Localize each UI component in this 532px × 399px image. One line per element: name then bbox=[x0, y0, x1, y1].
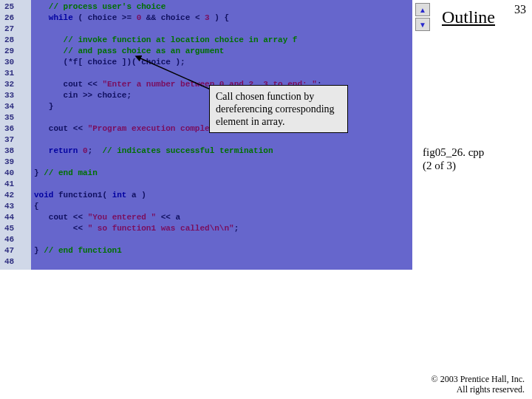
line-number: 32 bbox=[0, 79, 31, 90]
line-number: 39 bbox=[0, 157, 31, 168]
line-number-gutter: 2526272829303132333435363738394041424344… bbox=[0, 0, 31, 270]
line-number: 25 bbox=[0, 1, 31, 13]
line-number: 46 bbox=[0, 234, 31, 245]
code-text: // process user's choice while ( choice … bbox=[34, 1, 412, 267]
line-number: 41 bbox=[0, 179, 31, 190]
triangle-up-icon: ▲ bbox=[419, 6, 426, 14]
code-area: 2526272829303132333435363738394041424344… bbox=[0, 0, 412, 270]
line-number: 26 bbox=[0, 13, 31, 24]
callout-box: Call chosen function by dereferencing co… bbox=[209, 85, 348, 133]
line-number: 31 bbox=[0, 68, 31, 79]
line-number: 45 bbox=[0, 223, 31, 234]
line-number: 29 bbox=[0, 46, 31, 57]
figure-filename: fig05_26. cpp bbox=[423, 146, 484, 158]
code-pane: // process user's choice while ( choice … bbox=[31, 0, 412, 270]
line-number: 30 bbox=[0, 57, 31, 68]
line-number: 38 bbox=[0, 146, 31, 157]
nav-down-button[interactable]: ▼ bbox=[415, 18, 430, 31]
slide-number: 33 bbox=[514, 3, 526, 16]
sidebar: ▲ ▼ Outline 33 fig05_26. cpp (2 of 3) © … bbox=[414, 0, 532, 399]
triangle-down-icon: ▼ bbox=[419, 21, 426, 29]
line-number: 42 bbox=[0, 190, 31, 201]
nav-up-button[interactable]: ▲ bbox=[415, 3, 430, 16]
line-number: 28 bbox=[0, 35, 31, 46]
line-number: 33 bbox=[0, 90, 31, 101]
line-number: 34 bbox=[0, 101, 31, 112]
line-number: 37 bbox=[0, 134, 31, 146]
line-number: 40 bbox=[0, 168, 31, 179]
figure-part: (2 of 3) bbox=[423, 160, 456, 171]
callout-text: Call chosen function by dereferencing co… bbox=[216, 91, 335, 127]
line-number: 43 bbox=[0, 201, 31, 212]
line-number: 47 bbox=[0, 245, 31, 256]
copyright-line1: © 2003 Prentice Hall, Inc. bbox=[432, 374, 525, 384]
line-number: 27 bbox=[0, 24, 31, 35]
outline-heading: Outline bbox=[442, 7, 495, 27]
figure-label: fig05_26. cpp (2 of 3) bbox=[423, 146, 484, 172]
copyright: © 2003 Prentice Hall, Inc. All rights re… bbox=[432, 374, 525, 395]
nav-buttons: ▲ ▼ bbox=[415, 3, 430, 31]
line-number: 36 bbox=[0, 123, 31, 134]
line-number: 35 bbox=[0, 112, 31, 123]
line-number: 48 bbox=[0, 256, 31, 267]
copyright-line2: All rights reserved. bbox=[457, 384, 525, 395]
line-number: 44 bbox=[0, 212, 31, 223]
